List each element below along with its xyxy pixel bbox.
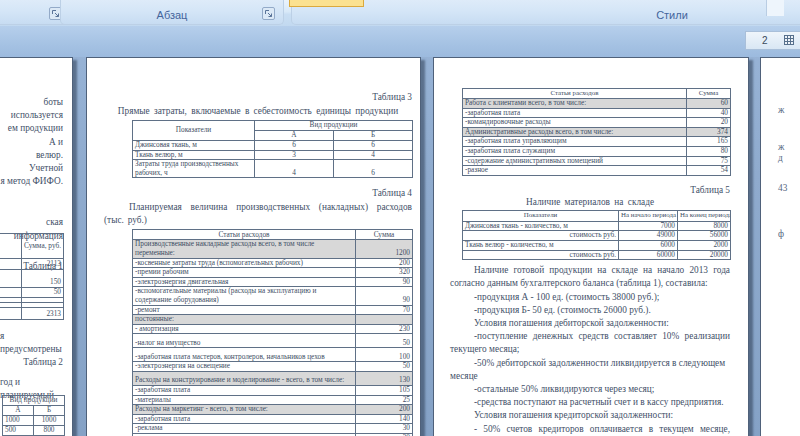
table-row: -командировочные расходы20	[463, 118, 731, 128]
table-cell: постоянные:	[133, 315, 356, 325]
table-row: -премии рабочим320	[133, 268, 413, 278]
table-row: -заработная плата мастеров, контролеров,…	[133, 348, 413, 362]
styles-gallery-arrows[interactable]	[766, 0, 784, 16]
table-cell: -косвенные затраты труда (вспомогательны…	[133, 258, 356, 268]
table-row: -ремонт70	[133, 305, 413, 315]
table-row: стоимость руб.4900056000	[463, 231, 731, 241]
doc-paragraph: Условия погашения кредиторской задолженн…	[450, 409, 730, 422]
table-row: Статьи расходов Сумма	[463, 89, 731, 99]
table-row: Ткань велюр, м34	[133, 150, 413, 160]
table-cell: Ткань велюр - количество, м	[463, 240, 619, 250]
table-row: Производственные накладные расходы всего…	[133, 240, 413, 258]
table-4-continued: Статьи расходов Сумма Работа с клиентами…	[462, 88, 731, 176]
doc-text-fragment: 43	[778, 183, 787, 193]
table-row: Административные расходы всего, в том чи…	[463, 127, 731, 137]
table-cell: 90	[356, 277, 413, 287]
dialog-launcher-icon[interactable]	[262, 7, 275, 20]
table-cell: А	[3, 406, 34, 416]
table-3: Показатели Вид продукции А Б Джинсовая т…	[132, 120, 413, 178]
table-4-title: Планируемая величина производственных (н…	[104, 201, 412, 226]
doc-text-fragment: ж	[778, 142, 784, 152]
table-row: - амортизация230	[133, 324, 413, 334]
table-cell: -заработная плата	[133, 385, 356, 395]
table-3-title: Прямые затраты, включаемые в себестоимос…	[104, 106, 412, 116]
table-cell: Статьи расходов	[133, 230, 356, 240]
table-cell: 2000	[678, 240, 731, 250]
table-cell: 54	[687, 166, 731, 176]
table-row: 500800	[3, 426, 65, 436]
table-4: Статьи расходов Сумма Производственные н…	[132, 229, 413, 436]
table-cell: Джинсовая ткань, м	[133, 141, 255, 151]
doc-paragraph: - 50% счетов кредиторов оплачивается в т…	[450, 423, 730, 436]
word-window: { "colors":{"accent_yellow":"#fbe190","r…	[0, 0, 800, 436]
table-cell: 1000	[34, 416, 65, 426]
table-cell: Сумма	[687, 89, 731, 99]
table-cell: Сумма	[356, 230, 413, 240]
table-row: 50	[0, 288, 64, 298]
styles-gallery-selected-item-fragment[interactable]	[289, 0, 364, 7]
table-cell: 6	[334, 160, 413, 178]
table-cell: 2113	[22, 259, 64, 270]
table-cell: Статьи расходов	[463, 89, 687, 99]
table-3-label: Таблица 3	[104, 92, 412, 102]
table-cell: -премии рабочим	[133, 268, 356, 278]
table-4-label: Таблица 4	[104, 188, 412, 198]
table-cell: 150	[22, 270, 64, 288]
table-cell: 50	[22, 288, 64, 298]
table-cell: 374	[687, 127, 731, 137]
table-row: Работа с клиентами всего, в том числе:60	[463, 99, 731, 109]
table-cell: 40	[687, 108, 731, 118]
doc-paragraph: -продукция Б- 50 ед. (стоимость 26000 ру…	[450, 304, 730, 317]
table-cell: -вспомогательные материалы (расходы на э…	[133, 287, 356, 305]
table-cell: 200	[356, 405, 413, 415]
doc-paragraph: Наличие готовой продукции на складе на н…	[450, 264, 730, 290]
table-cell: Административные расходы всего, в том чи…	[463, 127, 687, 137]
doc-text-line: я метод ФИФО.	[0, 175, 63, 188]
table-cell: -заработная плата	[463, 108, 687, 118]
table-cell: 49000	[619, 231, 678, 241]
table-cell: А	[255, 131, 334, 141]
table-cell: Затраты труда производственных рабочих, …	[133, 160, 255, 178]
table-cell: Работа с клиентами всего, в том числе:	[463, 99, 687, 109]
table-row: 150	[0, 270, 64, 288]
table-cell	[356, 315, 413, 325]
table-cell: На конец периода	[678, 210, 731, 221]
table-cell: 90	[356, 287, 413, 305]
table-cell: 70	[356, 305, 413, 315]
table-cell: -налог на имущество	[133, 334, 356, 348]
table-cell: -ремонт	[133, 305, 356, 315]
table-cell: -заработная плата управляющим	[463, 137, 687, 147]
table-cell: Вид продукции	[3, 396, 65, 406]
table-cell: Показатели	[463, 210, 619, 221]
doc-text-fragment: д	[778, 153, 783, 163]
table-row: Расходы на конструирование и моделирован…	[133, 371, 413, 385]
table-row: -электроэнергия двигательная90	[133, 277, 413, 287]
doc-paragraph: -поступление денежных средств составляет…	[450, 330, 730, 356]
ribbon-group-styles: Стили	[291, 0, 800, 25]
table-cell: стоимость руб.	[463, 231, 619, 241]
table-5: Показатели На начало периода На конец пе…	[462, 210, 731, 260]
doc-text-fragment: ж	[778, 105, 784, 115]
table-row: -косвенные затраты труда (вспомогательны…	[133, 258, 413, 268]
table-row: Показатели Вид продукции	[133, 121, 413, 131]
table-cell: 50	[356, 334, 413, 348]
table-cell: Расходы на конструирование и моделирован…	[133, 371, 356, 385]
table-cell: 3	[255, 150, 334, 160]
document-page-right: Статьи расходов Сумма Работа с клиентами…	[433, 57, 749, 436]
table-cell: Вид продукции	[255, 121, 413, 131]
table-cell: 1000	[3, 416, 34, 426]
doc-paragraph: -остальные 50% ликвидируются через месяц…	[450, 383, 730, 396]
table-cell: 60000	[619, 250, 678, 260]
table-cell: стоимость руб.	[463, 250, 619, 260]
ribbon-bottom-strip: Абзац Стили	[0, 0, 800, 28]
doc-text-line: боты используется	[0, 96, 63, 122]
document-page-middle: Таблица 3 Прямые затраты, включаемые в с…	[86, 57, 421, 436]
table-cell: -заработная плата мастеров, контролеров,…	[133, 348, 356, 362]
table-cell: -содержание административных помещений	[463, 156, 687, 166]
table-row: -реклама30	[133, 424, 413, 434]
table-cell: 800	[34, 426, 65, 436]
table-cell: 6000	[619, 240, 678, 250]
table-row: 2313	[0, 308, 64, 320]
table-cell: Джинсовая ткань - количество, м	[463, 221, 619, 231]
table-cell: -разное	[463, 166, 687, 176]
